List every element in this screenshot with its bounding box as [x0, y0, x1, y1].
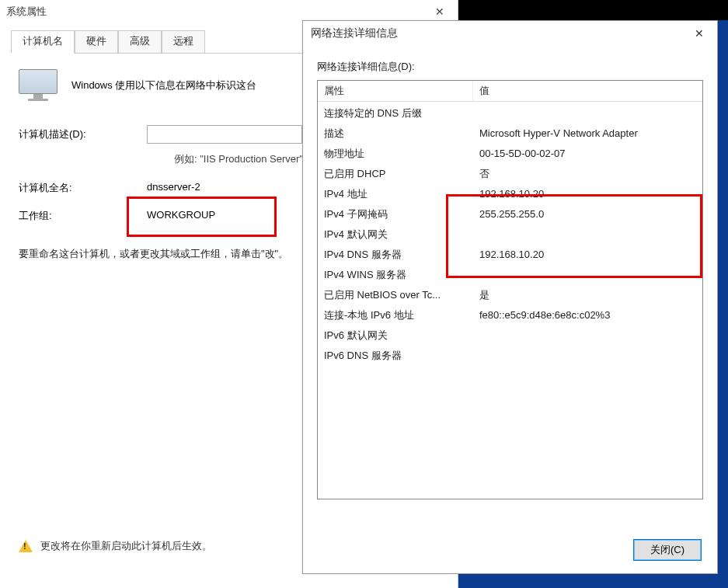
list-header: 属性 值	[318, 81, 702, 102]
list-row[interactable]: IPv4 DNS 服务器192.168.10.20	[318, 245, 702, 265]
network-details-dialog: 网络连接详细信息 ✕ 网络连接详细信息(D): 属性 值 连接特定的 DNS 后…	[302, 20, 718, 574]
row-value	[479, 346, 702, 366]
row-property: IPv6 默认网关	[324, 325, 479, 346]
list-row[interactable]: IPv6 默认网关	[318, 325, 702, 346]
row-value	[479, 265, 702, 285]
row-property: 已启用 NetBIOS over Tc...	[324, 285, 479, 305]
netdlg-title: 网络连接详细信息	[311, 26, 398, 40]
row-value: 192.168.10.20	[479, 184, 702, 204]
close-icon: ✕	[695, 27, 704, 40]
col-property[interactable]: 属性	[318, 81, 473, 101]
list-row[interactable]: IPv4 WINS 服务器	[318, 265, 702, 285]
computer-icon	[19, 69, 57, 102]
restart-note: 更改将在你重新启动此计算机后生效。	[19, 539, 212, 553]
tab-remote[interactable]: 远程	[162, 30, 205, 54]
tab-hardware[interactable]: 硬件	[75, 30, 118, 54]
fullname-value: dnsserver-2	[147, 181, 200, 195]
sysprop-title: 系统属性	[6, 5, 47, 19]
netdlg-titlebar[interactable]: 网络连接详细信息 ✕	[303, 21, 717, 46]
list-row[interactable]: IPv4 默认网关	[318, 224, 702, 245]
list-row[interactable]: 已启用 NetBIOS over Tc...是	[318, 285, 702, 305]
description-label: 计算机描述(D):	[19, 127, 147, 141]
description-input[interactable]	[147, 125, 302, 144]
tab-advanced[interactable]: 高级	[118, 30, 162, 54]
list-row[interactable]: 物理地址00-15-5D-00-02-07	[318, 144, 702, 164]
restart-note-text: 更改将在你重新启动此计算机后生效。	[40, 539, 212, 553]
workgroup-label: 工作组:	[19, 209, 147, 223]
row-property: IPv4 DNS 服务器	[324, 245, 479, 265]
row-property: 物理地址	[324, 144, 479, 164]
row-property: IPv4 地址	[324, 184, 479, 204]
row-property: IPv4 WINS 服务器	[324, 265, 479, 285]
close-icon: ✕	[435, 5, 444, 18]
workgroup-value: WORKGROUP	[147, 209, 215, 223]
row-value: 否	[479, 164, 702, 184]
intro-text: Windows 使用以下信息在网络中标识这台	[71, 78, 256, 92]
fullname-label: 计算机全名:	[19, 181, 147, 195]
col-value[interactable]: 值	[473, 81, 496, 101]
row-property: 连接特定的 DNS 后缀	[324, 103, 479, 124]
row-property: IPv4 默认网关	[324, 224, 479, 245]
list-row[interactable]: 连接特定的 DNS 后缀	[318, 103, 702, 124]
row-property: 连接-本地 IPv6 地址	[324, 305, 479, 325]
netdlg-close-button[interactable]: ✕	[681, 21, 717, 46]
row-value: 00-15-5D-00-02-07	[479, 144, 702, 164]
close-button[interactable]: 关闭(C)	[633, 539, 702, 561]
list-row[interactable]: 描述Microsoft Hyper-V Network Adapter	[318, 124, 702, 144]
list-row[interactable]: IPv4 子网掩码255.255.255.0	[318, 204, 702, 224]
list-row[interactable]: IPv6 DNS 服务器	[318, 346, 702, 366]
row-value: fe80::e5c9:d48e:6e8c:c02%3	[479, 305, 702, 325]
row-property: 已启用 DHCP	[324, 164, 479, 184]
list-row[interactable]: IPv4 地址192.168.10.20	[318, 184, 702, 204]
netdlg-caption: 网络连接详细信息(D):	[317, 60, 703, 74]
row-value	[479, 224, 702, 245]
row-property: IPv6 DNS 服务器	[324, 346, 479, 366]
row-property: 描述	[324, 124, 479, 144]
row-value: Microsoft Hyper-V Network Adapter	[479, 124, 702, 144]
list-row[interactable]: 已启用 DHCP否	[318, 164, 702, 184]
netdlg-list[interactable]: 属性 值 连接特定的 DNS 后缀描述Microsoft Hyper-V Net…	[317, 80, 703, 499]
warning-icon	[19, 540, 33, 552]
row-property: IPv4 子网掩码	[324, 204, 479, 224]
row-value: 192.168.10.20	[479, 245, 702, 265]
row-value	[479, 103, 702, 124]
row-value: 是	[479, 285, 702, 305]
tab-computer-name[interactable]: 计算机名	[11, 30, 75, 54]
list-row[interactable]: 连接-本地 IPv6 地址fe80::e5c9:d48e:6e8c:c02%3	[318, 305, 702, 325]
row-value: 255.255.255.0	[479, 204, 702, 224]
row-value	[479, 325, 702, 346]
